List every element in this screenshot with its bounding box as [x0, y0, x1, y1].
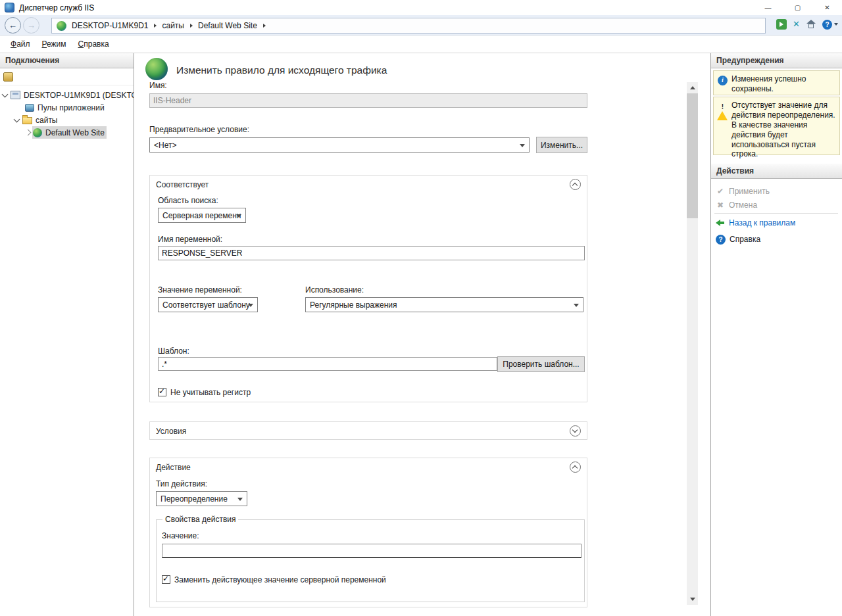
variable-name-input[interactable]	[158, 246, 585, 260]
expand-section-icon[interactable]	[570, 425, 581, 437]
action-section-header[interactable]: Действие	[150, 458, 587, 476]
action-type-label: Тип действия:	[156, 479, 207, 488]
usage-select[interactable]: Регулярные выражения	[305, 297, 583, 312]
help-action[interactable]: ? Справка	[711, 233, 842, 246]
breadcrumb-item-sites[interactable]: сайты	[162, 21, 184, 30]
close-icon[interactable]: ✕	[812, 0, 842, 15]
replace-value-checkbox[interactable]	[162, 575, 170, 584]
precondition-select[interactable]: <Нет>	[149, 137, 530, 153]
match-section-header[interactable]: Соответствует	[150, 176, 587, 193]
name-input	[149, 93, 587, 108]
home-icon[interactable]	[806, 20, 816, 29]
scroll-down-icon[interactable]	[687, 594, 698, 605]
chevron-expanded-icon[interactable]	[14, 116, 20, 122]
variable-value-value: Соответствует шаблону	[162, 300, 250, 310]
app-pools-icon	[25, 104, 34, 112]
menu-help[interactable]: Справка	[72, 37, 115, 51]
scope-label: Область поиска:	[158, 196, 218, 205]
back-to-rules-action[interactable]: Назад к правилам	[711, 216, 842, 229]
warning-alert: Отсутствует значение для действия переоп…	[713, 97, 840, 155]
tree-item-default-web-site[interactable]: Default Web Site	[0, 126, 134, 139]
sites-folder-icon	[22, 117, 32, 124]
page-title: Изменить правило для исходящего трафика	[176, 64, 387, 76]
page-globe-icon	[145, 58, 168, 80]
collapse-section-icon[interactable]	[570, 179, 581, 190]
ignore-case-label: Не учитывать регистр	[170, 388, 251, 397]
conditions-section: Условия	[149, 421, 587, 440]
action-type-select[interactable]: Переопределение	[156, 491, 247, 506]
action-section: Действие Тип действия: Переопределение С…	[149, 458, 587, 607]
window-controls: — ▢ ✕	[753, 0, 842, 15]
menu-bar: Файл Режим Справка	[0, 36, 842, 53]
scope-select[interactable]: Серверная переменн	[158, 208, 246, 223]
app-icon	[5, 3, 14, 12]
collapse-section-icon[interactable]	[570, 462, 581, 473]
action-section-title: Действие	[156, 463, 191, 472]
tree-item-label: DESKTOP-U1MK9D1 (DESKTOP	[24, 91, 134, 100]
usage-value: Регулярные выражения	[310, 300, 397, 310]
breadcrumb-item-server[interactable]: DESKTOP-U1MK9D1	[72, 21, 148, 30]
precondition-value: <Нет>	[154, 141, 176, 150]
main-content: Изменить правило для исходящего трафика …	[134, 53, 710, 616]
pattern-input[interactable]	[158, 357, 497, 371]
help-icon: ?	[716, 235, 726, 245]
maximize-icon[interactable]: ▢	[783, 0, 812, 15]
conditions-section-title: Условия	[156, 427, 186, 436]
tree-item-server[interactable]: DESKTOP-U1MK9D1 (DESKTOP	[0, 89, 134, 101]
title-bar: Диспетчер служб IIS — ▢ ✕	[0, 0, 842, 15]
chevron-down-icon	[236, 214, 241, 218]
breadcrumb-item-default-web-site[interactable]: Default Web Site	[198, 21, 257, 30]
tree-item-label: Пулы приложений	[37, 103, 105, 112]
apply-action-label: Применить	[729, 187, 770, 196]
scroll-up-icon[interactable]	[687, 82, 698, 93]
action-value-input[interactable]	[162, 544, 582, 558]
help-icon: ?	[822, 20, 832, 30]
variable-value-select[interactable]: Соответствует шаблону	[158, 297, 258, 312]
apply-action[interactable]: ✔ Применить	[711, 185, 842, 198]
tree-item-app-pools[interactable]: Пулы приложений	[0, 101, 134, 114]
menu-view[interactable]: Режим	[36, 37, 72, 51]
action-type-value: Переопределение	[161, 494, 228, 504]
chevron-down-icon	[574, 304, 579, 307]
site-globe-icon	[33, 128, 42, 137]
test-pattern-button[interactable]: Проверить шаблон...	[497, 356, 585, 372]
action-properties-legend: Свойства действия	[162, 515, 238, 524]
cancel-action[interactable]: ✖ Отмена	[711, 199, 842, 212]
breadcrumb-separator-icon	[154, 24, 157, 28]
create-connection-icon[interactable]	[3, 72, 13, 82]
action-value-label: Значение:	[162, 531, 199, 540]
breadcrumb-separator-icon	[263, 24, 266, 28]
conditions-section-header[interactable]: Условия	[150, 422, 587, 440]
help-action-label: Справка	[730, 235, 760, 244]
chevron-down-icon	[237, 498, 243, 501]
tree-item-sites[interactable]: сайты	[0, 114, 134, 126]
usage-label: Использование:	[305, 285, 364, 295]
apply-icon: ✔	[716, 187, 725, 196]
tree-item-label: сайты	[36, 116, 58, 125]
forward-icon[interactable]: →	[23, 17, 39, 34]
vertical-scrollbar[interactable]	[687, 82, 698, 605]
minimize-icon[interactable]: —	[753, 0, 783, 15]
back-icon[interactable]: ←	[5, 17, 21, 34]
chevron-collapsed-icon[interactable]	[25, 130, 32, 136]
chevron-expanded-icon[interactable]	[2, 91, 9, 97]
back-to-rules-label: Назад к правилам	[729, 218, 795, 227]
pattern-label: Шаблон:	[158, 346, 189, 356]
ignore-case-checkbox[interactable]	[158, 388, 166, 396]
window-title: Диспетчер служб IIS	[19, 3, 94, 12]
actions-panel-header: Действия	[711, 164, 842, 179]
info-alert-text: Изменения успешно сохранены.	[731, 74, 806, 93]
stop-icon[interactable]: ✕	[793, 19, 800, 30]
connections-tree: DESKTOP-U1MK9D1 (DESKTOP Пулы приложений…	[0, 85, 134, 139]
address-bar: ← → DESKTOP-U1MK9D1 сайты Default Web Si…	[0, 15, 842, 36]
connections-toolbar	[0, 68, 134, 85]
connections-panel: Подключения DESKTOP-U1MK9D1 (DESKTOP Пул…	[0, 53, 134, 616]
scrollbar-thumb[interactable]	[687, 93, 698, 218]
scope-value: Серверная переменн	[162, 211, 241, 220]
help-menu-button[interactable]: ?	[822, 20, 838, 30]
go-icon[interactable]	[776, 19, 787, 30]
variable-value-label: Значение переменной:	[158, 285, 242, 295]
menu-file[interactable]: Файл	[5, 37, 36, 51]
edit-precondition-button[interactable]: Изменить...	[536, 137, 587, 153]
back-arrow-icon	[716, 220, 725, 226]
